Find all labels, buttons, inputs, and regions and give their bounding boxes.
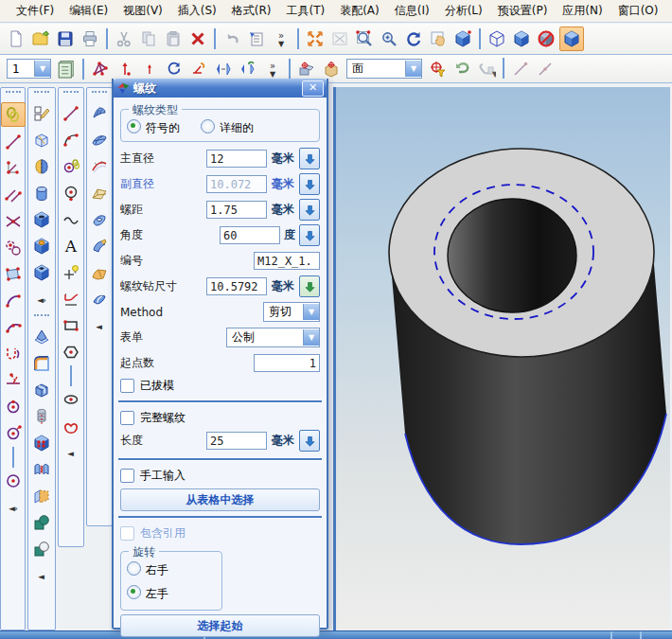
menu-item-application[interactable]: 应用(N)	[556, 1, 609, 21]
layer-combo[interactable]: 1 ▼	[7, 59, 51, 79]
copy-icon[interactable]	[137, 27, 160, 50]
back-arrow-icon[interactable]	[451, 58, 473, 80]
cylinder-icon[interactable]	[30, 182, 53, 204]
fit-all-disabled-icon[interactable]	[328, 27, 351, 50]
radio-symbolic[interactable]: 符号的	[127, 119, 180, 136]
sew-icon[interactable]	[30, 458, 53, 481]
menu-item-view[interactable]: 视图(V)	[116, 1, 169, 21]
full-thread-checkbox[interactable]	[120, 411, 134, 425]
sketch-icon[interactable]	[30, 102, 53, 125]
select-start-button[interactable]: 选择起始	[120, 614, 320, 637]
callout-input[interactable]	[254, 252, 320, 270]
menu-item-help[interactable]: 帮助(H)	[667, 1, 672, 21]
pitch-options-button[interactable]	[299, 199, 320, 221]
swept-surface-icon[interactable]	[88, 182, 111, 204]
overflow-chevron-icon[interactable]: »▼	[270, 27, 292, 50]
menu-item-edit[interactable]: 编辑(E)	[62, 1, 115, 21]
circle-arrow-icon[interactable]	[2, 422, 25, 445]
corner-icon[interactable]	[60, 288, 82, 311]
manual-input-checkbox[interactable]	[120, 469, 134, 483]
patch-surface-icon[interactable]	[88, 288, 111, 311]
line-icon[interactable]	[60, 102, 82, 125]
menu-item-tools[interactable]: 工具(T)	[279, 1, 331, 21]
toolbar-grip[interactable]	[92, 91, 107, 98]
sketch-line-icon[interactable]	[509, 58, 532, 80]
thread-icon[interactable]	[30, 405, 53, 428]
pattern-icon[interactable]	[30, 432, 53, 454]
radio-left-hand[interactable]: 左手	[127, 585, 216, 602]
datum-axes-icon[interactable]	[2, 157, 25, 180]
new-file-icon[interactable]	[5, 27, 27, 50]
point-small-icon[interactable]	[138, 58, 161, 80]
fit-view-icon[interactable]	[304, 27, 327, 50]
starts-input[interactable]	[254, 354, 320, 372]
menu-item-analysis[interactable]: 分析(L)	[438, 1, 489, 21]
trim-cross-icon[interactable]	[2, 369, 25, 392]
rotate-csys-icon[interactable]	[187, 58, 210, 80]
form-select[interactable]: 公制 ▼	[226, 328, 320, 347]
model-hole[interactable]	[448, 199, 576, 312]
conic-icon[interactable]	[60, 415, 82, 437]
bend-surface-icon[interactable]	[88, 261, 111, 284]
angle-options-button[interactable]	[299, 224, 320, 246]
minor-diameter-options-button[interactable]	[299, 173, 320, 195]
menu-item-information[interactable]: 信息(I)	[388, 1, 436, 21]
flip-datum-back-icon[interactable]	[237, 58, 259, 80]
hole-surface-icon[interactable]	[88, 208, 111, 231]
text-icon[interactable]: A	[60, 235, 82, 257]
two-circles-icon[interactable]	[2, 237, 25, 259]
flange-surface-icon[interactable]	[88, 235, 111, 257]
radio-icon[interactable]	[127, 119, 141, 133]
linked-curves-active-icon[interactable]	[1, 102, 26, 127]
line-point-icon[interactable]	[2, 131, 25, 153]
spline-icon[interactable]	[60, 208, 82, 231]
selection-filter-icon[interactable]	[426, 58, 449, 80]
tapped-drill-options-button[interactable]	[299, 275, 320, 297]
point-builder-icon[interactable]	[60, 261, 82, 284]
draft-icon[interactable]	[30, 326, 53, 348]
collapse-arrow-icon[interactable]: ◄	[30, 564, 53, 587]
rotate-view-icon[interactable]	[402, 27, 425, 50]
pitch-input[interactable]	[206, 201, 267, 219]
menu-item-assemblies[interactable]: 装配(A)	[333, 1, 386, 21]
undo-icon[interactable]	[221, 27, 243, 50]
menu-item-preferences[interactable]: 预设置(P)	[491, 1, 555, 21]
half-section-icon[interactable]	[30, 155, 53, 178]
no-highlight-icon[interactable]	[535, 27, 557, 50]
length-input[interactable]	[206, 432, 267, 450]
radio-icon[interactable]	[127, 585, 141, 599]
perspective-icon[interactable]	[451, 27, 474, 50]
circle-icon[interactable]	[60, 182, 82, 204]
expand-arrows-icon[interactable]: ◄»	[2, 496, 25, 519]
offset-line-icon[interactable]	[2, 184, 25, 206]
blend-icon[interactable]	[30, 352, 53, 375]
flip-datum-icon[interactable]	[212, 58, 235, 80]
shell-icon[interactable]	[30, 379, 53, 401]
object-display-icon[interactable]	[245, 27, 268, 50]
arc3pt-icon[interactable]	[60, 129, 82, 151]
ruled-surface-icon[interactable]	[88, 102, 111, 125]
subtract-icon[interactable]	[30, 538, 53, 560]
csys-box-icon[interactable]	[320, 58, 343, 80]
arc-icon[interactable]	[2, 290, 25, 312]
toolbar-grip[interactable]	[63, 91, 79, 98]
circle-chain-icon[interactable]	[60, 155, 82, 178]
radio-detailed[interactable]: 详细的	[201, 119, 254, 136]
chevron-down-icon[interactable]: ▼	[303, 304, 319, 320]
major-diameter-options-button[interactable]	[299, 148, 320, 169]
point-arrow-icon[interactable]	[114, 58, 136, 80]
tapped-drill-input[interactable]	[206, 277, 267, 295]
rectangle-icon[interactable]	[60, 314, 82, 337]
bounded-box-icon[interactable]	[2, 263, 25, 286]
angle-input[interactable]	[220, 226, 280, 244]
rotate-circle-icon[interactable]	[163, 58, 186, 80]
paste-icon[interactable]	[162, 27, 185, 50]
viewport-3d[interactable]	[333, 87, 670, 630]
toolbar-grip[interactable]	[34, 314, 49, 321]
length-options-button[interactable]	[299, 430, 320, 452]
menu-item-format[interactable]: 格式(R)	[225, 1, 278, 21]
dialog-titlebar[interactable]: 螺纹 ✕	[114, 79, 327, 98]
pan-view-icon[interactable]	[427, 27, 450, 50]
chevron-down-icon[interactable]: ▼	[405, 61, 421, 77]
sketch-line2-icon[interactable]	[534, 58, 557, 80]
